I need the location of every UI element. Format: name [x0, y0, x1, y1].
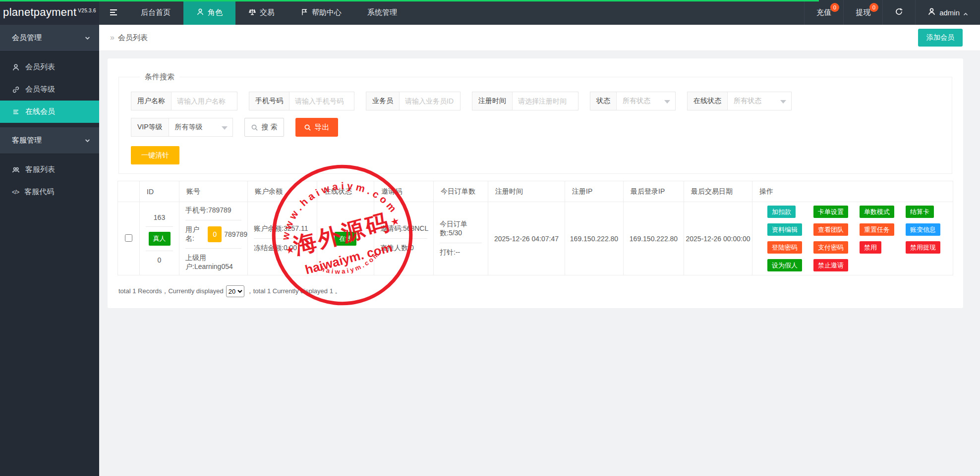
- action-settle-card-button[interactable]: 结算卡: [906, 206, 934, 218]
- header-actions: 操作: [752, 181, 953, 202]
- topbar-right: 充值 0 提现 0 admin: [804, 0, 980, 25]
- sidebar-item-member-level[interactable]: 会员等级: [0, 78, 99, 101]
- search-legend: 条件搜索: [140, 72, 179, 82]
- menu-toggle-icon[interactable]: [99, 0, 128, 25]
- status-select[interactable]: 所有状态: [617, 92, 675, 110]
- dropdown-arrow-icon: [780, 100, 786, 104]
- section-label: 客服管理: [12, 136, 42, 145]
- user-menu[interactable]: admin: [915, 0, 980, 25]
- online-status-group: 在线状态 所有状态: [687, 92, 792, 110]
- phone-input[interactable]: [289, 92, 354, 110]
- search-button-label: 搜 索: [262, 123, 278, 132]
- divider: [146, 251, 173, 251]
- dropdown-arrow-icon: [664, 100, 670, 104]
- divider: [440, 243, 482, 243]
- top-bar: planetpayment V25.3.6 后台首页 角色 交易 帮助中心 系统…: [0, 0, 980, 25]
- search-icon: [304, 124, 311, 131]
- filter-row-1: 用户名称 手机号码 业务员: [131, 92, 952, 110]
- header-today-orders: 今日订单数: [434, 181, 488, 202]
- action-login-password-button[interactable]: 登陆密码: [767, 241, 802, 254]
- member-table: ID 账号 账户余额 在线状态 邀请码 今日订单数 注册时间 注册IP 最后登录…: [117, 181, 953, 275]
- balance-scale-icon: [248, 8, 256, 17]
- today-orders-cell: 今日订单数:5/30 打针:--: [434, 202, 488, 275]
- vip-level-select[interactable]: 所有等级: [169, 118, 232, 136]
- action-card-setting-button[interactable]: 卡单设置: [813, 206, 848, 218]
- regtime-input[interactable]: [513, 92, 578, 110]
- vip-value: 0: [140, 256, 179, 264]
- sidebar-item-label: 客服列表: [25, 165, 55, 174]
- action-disable-withdraw-button[interactable]: 禁用提现: [906, 241, 940, 254]
- tab-dashboard[interactable]: 后台首页: [128, 0, 183, 25]
- account-cell: 手机号:789789 用户名: 0 789789 上级用户:: [179, 202, 248, 275]
- withdraw-badge: 0: [869, 3, 878, 12]
- reg-ip-cell: 169.150.222.80: [565, 202, 624, 275]
- status-value: 所有状态: [623, 97, 650, 106]
- online-status-label: 在线状态: [688, 92, 728, 110]
- tab-trade[interactable]: 交易: [235, 0, 288, 25]
- link-icon: [12, 86, 20, 94]
- content: 条件搜索 用户名称 手机号码 业务员: [99, 51, 980, 476]
- sidebar-item-online-members[interactable]: 在线会员: [0, 101, 99, 123]
- username-label: 用户名称: [131, 92, 172, 110]
- username-group: 用户名称: [131, 92, 237, 110]
- sidebar-item-service-list[interactable]: 客服列表: [0, 159, 99, 181]
- divider: [254, 238, 311, 239]
- chevron-down-icon: [85, 138, 90, 143]
- withdraw-button[interactable]: 提现 0: [843, 0, 882, 25]
- username-badge: 0: [208, 226, 222, 242]
- online-status-cell: 在线: [317, 202, 374, 275]
- divider: [185, 220, 241, 220]
- action-set-fake-button[interactable]: 设为假人: [767, 259, 802, 271]
- action-forbid-invite-button[interactable]: 禁止邀请: [813, 259, 848, 271]
- action-edit-profile-button[interactable]: 资料编辑: [767, 223, 802, 236]
- sidebar-item-service-code[interactable]: </> 客服代码: [0, 181, 99, 203]
- pagination: total 1 Records，Currently displayed 20 ，…: [117, 285, 953, 297]
- action-view-team-button[interactable]: 查看团队: [813, 223, 848, 236]
- app-root: planetpayment V25.3.6 后台首页 角色 交易 帮助中心 系统…: [0, 0, 980, 476]
- online-status-select[interactable]: 所有状态: [728, 92, 791, 110]
- sidebar-item-label: 客服代码: [24, 187, 54, 197]
- recharge-button[interactable]: 充值 0: [804, 0, 843, 25]
- action-reset-task-button[interactable]: 重置任务: [860, 223, 894, 236]
- action-disable-button[interactable]: 禁用: [860, 241, 881, 254]
- member-card: 条件搜索 用户名称 手机号码 业务员: [108, 58, 963, 308]
- sidebar-item-label: 会员列表: [25, 62, 55, 72]
- parent-user-value: 上级用户:Learning054: [179, 254, 247, 271]
- refresh-button[interactable]: [882, 0, 915, 25]
- breadcrumb-arrow: »: [110, 33, 115, 42]
- section-label: 会员管理: [12, 33, 42, 43]
- clear-button[interactable]: 一键清针: [131, 146, 179, 164]
- agent-input[interactable]: [400, 92, 460, 110]
- row-checkbox[interactable]: [125, 234, 132, 242]
- action-add-deduct-button[interactable]: 加扣款: [767, 206, 796, 218]
- sidebar-section-service[interactable]: 客服管理: [0, 127, 99, 154]
- sidebar-item-label: 会员等级: [25, 85, 55, 94]
- page-size-select[interactable]: 20: [226, 285, 244, 297]
- header-checkbox: [118, 181, 140, 202]
- breadcrumb-bar: » 会员列表 添加会员: [99, 25, 980, 51]
- header-last-login-ip: 最后登录IP: [624, 181, 684, 202]
- action-order-mode-button[interactable]: 单数模式: [860, 206, 894, 218]
- header-id: ID: [140, 181, 179, 202]
- export-button[interactable]: 导出: [295, 118, 338, 137]
- tab-label: 角色: [208, 8, 223, 17]
- username-input[interactable]: [172, 92, 237, 110]
- member-id: 163: [140, 213, 179, 221]
- frozen-value: 冻结金额:0.00: [248, 244, 317, 253]
- sidebar-section-member[interactable]: 会员管理: [0, 25, 99, 52]
- invite-code-value: 邀请码:568NCL: [374, 224, 433, 233]
- action-pay-password-button[interactable]: 支付密码: [813, 241, 848, 254]
- chevron-up-icon: [963, 10, 968, 15]
- sidebar-item-member-list[interactable]: 会员列表: [0, 56, 99, 78]
- phone-label: 手机号码: [249, 92, 289, 110]
- header-last-trade-date: 最后交易日期: [684, 181, 752, 202]
- code-icon: </>: [12, 189, 19, 196]
- tab-help-center[interactable]: 帮助中心: [288, 0, 354, 25]
- tab-system[interactable]: 系统管理: [354, 0, 410, 25]
- row-checkbox-cell: [118, 202, 140, 275]
- tab-role[interactable]: 角色: [183, 0, 235, 25]
- add-member-button[interactable]: 添加会员: [918, 29, 963, 47]
- regtime-group: 注册时间: [472, 92, 578, 110]
- action-balance-log-button[interactable]: 账变信息: [906, 223, 940, 236]
- search-button[interactable]: 搜 索: [244, 118, 284, 137]
